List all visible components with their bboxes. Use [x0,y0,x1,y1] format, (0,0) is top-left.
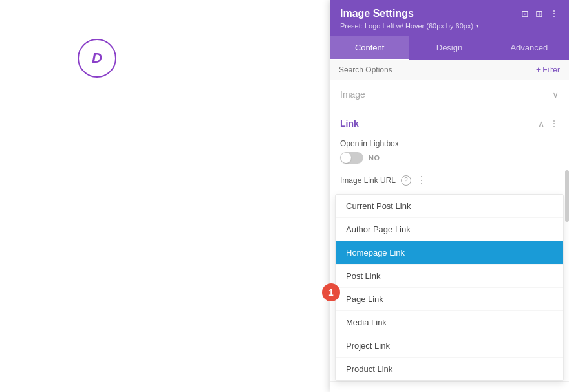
toggle-knob [341,153,351,163]
dropdown-item-media[interactable]: Media Link [336,311,563,334]
panel-content: Image ∨ Link ∧ ⋮ Open in Lightbox NO [330,80,569,392]
link-collapse-icon[interactable]: ∧ [538,118,544,129]
dropdown-item-page[interactable]: Page Link [336,288,563,311]
link-section: Link ∧ ⋮ Open in Lightbox NO Image Link [330,109,569,382]
tab-content[interactable]: Content [330,36,409,60]
search-input[interactable] [339,65,536,74]
tab-advanced[interactable]: Advanced [489,36,569,60]
filter-label: + Filter [536,65,560,74]
dropdown-item-project[interactable]: Project Link [336,334,563,358]
tab-design[interactable]: Design [409,36,489,60]
link-section-title: Link [340,118,359,129]
image-section-chevron-icon: ∨ [552,89,559,100]
link-section-header: Link ∧ ⋮ [330,109,569,135]
divi-letter: D [92,50,102,67]
link-more-icon[interactable]: ⋮ [550,118,559,129]
panel-header-top: Image Settings ⊡ ⊞ ⋮ [340,8,559,19]
more-options-icon[interactable]: ⋮ [550,8,559,19]
step-number: 1 [328,287,334,298]
dropdown-item-product[interactable]: Product Link [336,358,563,380]
url-row: Image Link URL ? ⋮ [330,170,569,194]
divi-logo: D [78,39,116,78]
panel-tabs: Content Design Advanced [330,36,569,60]
lightbox-label: Open in Lightbox [340,139,559,148]
panel-header-icons: ⊡ ⊞ ⋮ [521,8,559,19]
canvas-area: D [0,0,330,392]
toggle-container: NO [340,152,559,164]
dropdown-item-author-page[interactable]: Author Page Link [336,218,563,241]
link-header-icons: ∧ ⋮ [538,118,559,129]
dropdown-item-post[interactable]: Post Link [336,265,563,288]
preset-label: Preset: Logo Left w/ Hover (60px by 60px… [340,22,473,30]
search-bar: + Filter [330,60,569,80]
step-badge: 1 [322,283,340,301]
url-more-icon[interactable]: ⋮ [416,174,427,186]
link-url-dropdown: Current Post Link Author Page Link Homep… [335,194,564,381]
dropdown-item-current-post[interactable]: Current Post Link [336,195,563,218]
help-icon[interactable]: ? [401,175,411,186]
panel-preset[interactable]: Preset: Logo Left w/ Hover (60px by 60px… [340,22,559,30]
image-section-header[interactable]: Image ∨ [330,80,569,109]
url-label: Image Link URL [340,176,396,185]
toggle-state-label: NO [369,154,380,162]
scroll-indicator [565,170,569,222]
lightbox-toggle[interactable] [340,152,363,164]
preset-chevron-icon: ▾ [476,23,479,29]
responsive-icon[interactable]: ⊡ [521,8,529,19]
panel-title: Image Settings [340,8,414,19]
panel-header: Image Settings ⊡ ⊞ ⋮ Preset: Logo Left w… [330,0,569,36]
settings-panel: Image Settings ⊡ ⊞ ⋮ Preset: Logo Left w… [330,0,569,392]
filter-button[interactable]: + Filter [536,65,560,74]
grid-icon[interactable]: ⊞ [535,8,543,19]
image-section-title: Image [340,89,365,100]
lightbox-setting: Open in Lightbox NO [330,135,569,170]
dropdown-item-homepage[interactable]: Homepage Link [336,241,563,265]
